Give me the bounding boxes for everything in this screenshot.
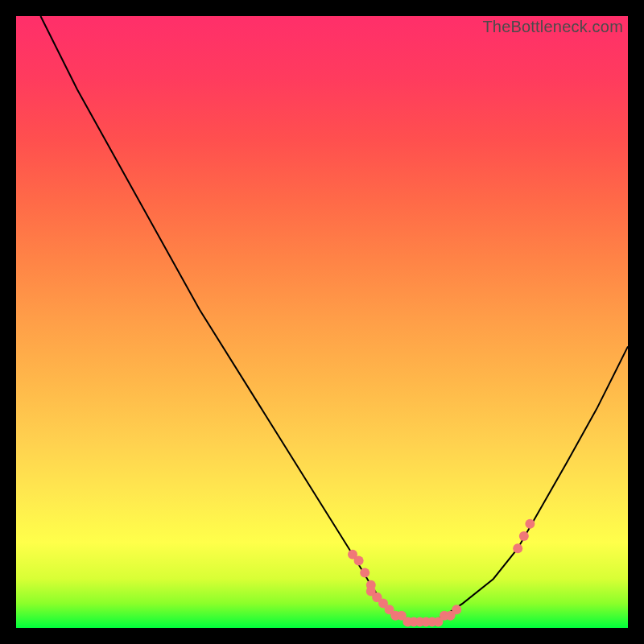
- curve-marker: [360, 568, 369, 578]
- curve-marker: [354, 555, 364, 565]
- curve-layer: [16, 16, 628, 628]
- curve-marker: [452, 605, 461, 614]
- curve-marker: [513, 543, 522, 553]
- watermark-text: TheBottleneck.com: [482, 18, 623, 36]
- chart-frame: TheBottleneck.com: [16, 16, 628, 628]
- curve-marker: [519, 531, 529, 541]
- bottleneck-curve: [40, 16, 628, 621]
- curve-markers: [348, 519, 535, 627]
- curve-marker: [525, 519, 535, 529]
